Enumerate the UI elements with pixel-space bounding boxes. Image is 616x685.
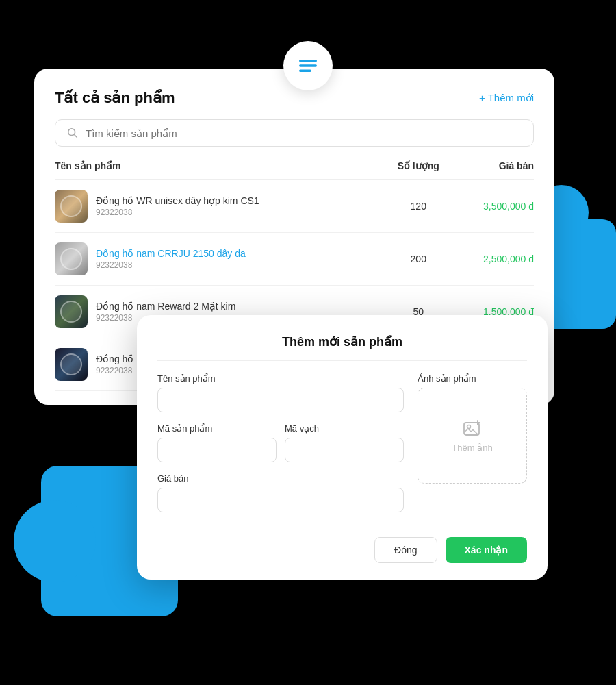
- code-barcode-row: Mã sản phẩm Mã vạch: [157, 423, 404, 462]
- modal-body: Tên sản phẩm Mã sản phẩm Mã vạch Giá bán: [157, 373, 527, 523]
- search-input[interactable]: [86, 127, 522, 139]
- watch-face: [60, 248, 82, 270]
- modal-title: Thêm mới sản phẩm: [157, 334, 527, 361]
- product-name[interactable]: Đồng hồ nam CRRJU 2150 dây da: [96, 248, 246, 259]
- price-group: Giá bán: [157, 473, 404, 512]
- watch-face: [60, 195, 82, 217]
- product-name-input[interactable]: [157, 388, 404, 412]
- product-text: Đồng hồ WR unisex dây hợp kim CS19232203…: [96, 195, 259, 217]
- image-upload-box[interactable]: Thêm ảnh: [418, 388, 527, 484]
- product-thumbnail: [55, 190, 88, 223]
- barcode-group: Mã vạch: [285, 423, 404, 462]
- product-name-label: Tên sản phẩm: [157, 373, 404, 384]
- modal-footer: Đóng Xác nhận: [157, 537, 527, 563]
- product-price: 3,500,000 đ: [452, 180, 534, 233]
- barcode-label: Mã vạch: [285, 423, 404, 434]
- product-name-cell: Đồng hồ WR unisex dây hợp kim CS19232203…: [55, 180, 385, 233]
- product-qty: 200: [385, 233, 452, 286]
- product-sku: 92322038: [96, 260, 246, 270]
- confirm-button[interactable]: Xác nhận: [446, 537, 527, 563]
- svg-line-4: [74, 134, 77, 137]
- search-bar: [55, 119, 534, 147]
- product-qty: 120: [385, 180, 452, 233]
- modal-right: Ảnh sản phẩm Thêm ảnh: [418, 373, 527, 523]
- table-header: Tên sản phẩm Số lượng Giá bán: [55, 160, 534, 180]
- bg-circle-left: [14, 500, 96, 582]
- product-thumbnail: [55, 242, 88, 275]
- watch-face: [60, 353, 82, 375]
- product-name: Đồng hồ nam Reward 2 Mặt kim: [96, 301, 235, 312]
- col-name: Tên sản phẩm: [55, 160, 385, 180]
- watch-face: [60, 301, 82, 323]
- svg-rect-0: [299, 60, 317, 62]
- table-row: Đồng hồ nam CRRJU 2150 dây da92322038200…: [55, 233, 534, 286]
- top-icon-container: [283, 41, 333, 90]
- barcode-input[interactable]: [285, 438, 404, 462]
- product-sku: 92322038: [96, 208, 259, 217]
- product-text: Đồng hồ nam CRRJU 2150 dây da92322038: [96, 248, 246, 270]
- table-row: Đồng hồ WR unisex dây hợp kim CS19232203…: [55, 180, 534, 233]
- svg-rect-2: [299, 70, 311, 73]
- price-input[interactable]: [157, 488, 404, 512]
- image-add-icon: [463, 419, 482, 438]
- modal-left: Tên sản phẩm Mã sản phẩm Mã vạch Giá bán: [157, 373, 404, 523]
- product-name-group: Tên sản phẩm: [157, 373, 404, 412]
- col-price: Giá bán: [452, 160, 534, 180]
- page-title: Tất cả sản phẩm: [55, 89, 175, 107]
- product-info: Đồng hồ WR unisex dây hợp kim CS19232203…: [55, 190, 385, 223]
- product-code-group: Mã sản phẩm: [157, 423, 277, 462]
- col-qty: Số lượng: [385, 160, 452, 180]
- list-icon: [295, 53, 321, 79]
- search-icon: [66, 127, 79, 139]
- price-label: Giá bán: [157, 473, 404, 484]
- product-code-input[interactable]: [157, 438, 277, 462]
- product-thumbnail: [55, 295, 88, 328]
- close-button[interactable]: Đóng: [374, 537, 437, 563]
- product-code-label: Mã sản phẩm: [157, 423, 277, 434]
- add-new-link[interactable]: + Thêm mới: [479, 92, 534, 104]
- product-name-cell: Đồng hồ nam CRRJU 2150 dây da92322038: [55, 233, 385, 286]
- image-add-label: Thêm ảnh: [452, 443, 492, 453]
- svg-point-6: [467, 425, 471, 428]
- product-thumbnail: [55, 348, 88, 381]
- add-product-modal: Thêm mới sản phẩm Tên sản phẩm Mã sản ph…: [137, 315, 548, 580]
- product-info: Đồng hồ nam CRRJU 2150 dây da92322038: [55, 242, 385, 275]
- image-label: Ảnh sản phẩm: [418, 373, 527, 384]
- product-name: Đồng hồ WR unisex dây hợp kim CS1: [96, 195, 259, 206]
- svg-rect-1: [299, 64, 317, 67]
- product-price: 2,500,000 đ: [452, 233, 534, 286]
- card-header: Tất cả sản phẩm + Thêm mới: [55, 89, 534, 107]
